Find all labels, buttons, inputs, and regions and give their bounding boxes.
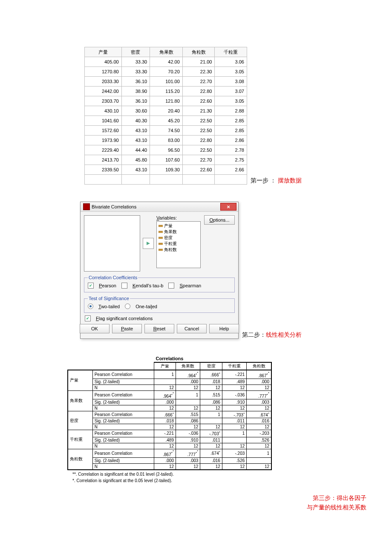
variable-item[interactable]: 产量: [159, 223, 199, 229]
scale-icon: [159, 236, 163, 240]
variable-item[interactable]: 角粒数: [159, 247, 199, 253]
corr-row-var: 角粒数: [68, 449, 92, 469]
corr-row-var: 角果数: [68, 390, 92, 411]
svg-rect-15: [159, 243, 163, 245]
corr-row: Sig. (2-tailed).000.018.489.000: [68, 379, 271, 384]
table-row: 2229.4044.4096.5022.502.78: [85, 145, 247, 155]
move-right-button[interactable]: [143, 238, 154, 249]
corr-row-var: 密度: [68, 411, 92, 430]
corr-row: Sig. (2-tailed).018.086.011.016: [68, 418, 271, 424]
spearman-checkbox[interactable]: [168, 283, 174, 289]
step3-caption: 第三步：得出各因子 与产量的线性相关系数: [43, 493, 366, 512]
corr-row: N1212121212: [68, 405, 271, 411]
variables-label: ariables:: [159, 215, 177, 220]
two-tailed-radio[interactable]: [88, 304, 93, 309]
variable-item[interactable]: 千粒重: [159, 241, 199, 247]
corr-stat-label: N: [92, 424, 154, 430]
scale-icon: [159, 224, 163, 228]
step2-caption: 第二步：线性相关分析: [242, 331, 302, 339]
dialog-titlebar: Bivariate Correlations ✕: [81, 202, 238, 212]
corr-stat-label: Sig. (2-tailed): [92, 379, 154, 384]
table-row: 2303.7036.10121.8022.603.05: [85, 96, 247, 106]
table-row: 430.1030.6020.4021.302.88: [85, 106, 247, 116]
spss-icon: [83, 203, 90, 210]
corr-col-header: 角果数: [176, 362, 200, 370]
cancel-button[interactable]: Cancel: [177, 324, 207, 333]
options-button[interactable]: Options...: [204, 215, 235, 225]
corr-col-header: 千粒重: [222, 362, 246, 370]
corr-stat-label: Sig. (2-tailed): [92, 418, 154, 424]
variable-item[interactable]: 角果数: [159, 229, 199, 235]
corr-row-var: 产量: [68, 370, 92, 390]
variables-list[interactable]: 产量角果数密度千粒重角粒数: [156, 221, 201, 268]
correlations-table: 产量角果数密度千粒重角粒数 产量Pearson Correlation1.964…: [67, 362, 272, 470]
corr-row: 产量Pearson Correlation1.964**.666*-.221.8…: [68, 370, 271, 379]
corr-row: 密度Pearson Correlation.666*.5151-.703*.67…: [68, 411, 271, 418]
table-row: 1572.6043.1074.5022.502.85: [85, 126, 247, 136]
corr-row: N1212121212: [68, 443, 271, 449]
table-row: 1270.8033.3070.2022.303.05: [85, 67, 247, 77]
corr-stat-label: N: [92, 384, 154, 390]
step1-caption: 第一步 ： 摆放数据: [251, 177, 302, 185]
scale-icon: [159, 248, 163, 252]
corr-row: N1212121212: [68, 463, 271, 470]
svg-rect-20: [159, 249, 163, 251]
column-header: 密度: [121, 47, 150, 57]
table-row: 2033.3036.10101.0022.703.08: [85, 77, 247, 87]
bivariate-dialog: Bivariate Correlations ✕ Variables: 产量角果…: [80, 202, 239, 339]
corr-stat-label: Pearson Correlation: [92, 449, 154, 457]
pearson-checkbox[interactable]: ✔: [88, 283, 94, 289]
correlation-coefficients-group: Correlation Coefficients ✔Pearson Kendal…: [84, 275, 235, 292]
table-row: 2442.0038.90115.2022.803.07: [85, 87, 247, 96]
variable-item[interactable]: 密度: [159, 235, 199, 241]
table-row: 1973.9043.1083.0022.802.86: [85, 136, 247, 145]
reset-button[interactable]: Reset: [144, 324, 174, 333]
svg-rect-10: [159, 237, 163, 239]
corr-row: N1212121212: [68, 424, 271, 430]
paste-button[interactable]: Paste: [112, 324, 142, 333]
corr-stat-label: Sig. (2-tailed): [92, 399, 154, 405]
corr-stat-label: Pearson Correlation: [92, 430, 154, 437]
svg-rect-0: [159, 225, 163, 227]
svg-rect-5: [159, 231, 163, 233]
table-row: 2339.5043.10109.3022.602.66: [85, 165, 247, 175]
scale-icon: [159, 230, 163, 234]
corr-col-header: 产量: [154, 362, 176, 370]
source-list[interactable]: [84, 215, 140, 272]
corr-stat-label: N: [92, 405, 154, 411]
kendall-checkbox[interactable]: [121, 283, 127, 289]
column-header: 产量: [85, 47, 122, 57]
corr-row-var: 千粒重: [68, 430, 92, 449]
footnote-01: **. Correlation is significant at the 0.…: [72, 472, 272, 477]
corr-stat-label: Sig. (2-tailed): [92, 457, 154, 463]
table-row: 405.0033.3042.0021.003.06: [85, 57, 247, 67]
table-row: 2413.7045.80107.6022.702.75: [85, 155, 247, 165]
test-of-significance-group: Test of Significance Two-tailed One-tail…: [84, 296, 235, 313]
corr-col-header: 密度: [200, 362, 222, 370]
corr-row: N1212121212: [68, 384, 271, 390]
corr-col-header: 角粒数: [247, 362, 271, 370]
corr-stat-label: Pearson Correlation: [92, 390, 154, 399]
correlations-title: Correlations: [67, 356, 272, 361]
column-header: 千粒重: [215, 47, 247, 57]
scale-icon: [159, 242, 163, 246]
column-header: 角果数: [150, 47, 183, 57]
corr-stat-label: Sig. (2-tailed): [92, 437, 154, 443]
one-tailed-radio[interactable]: [125, 304, 130, 309]
corr-stat-label: N: [92, 463, 154, 470]
corr-stat-label: N: [92, 443, 154, 449]
corr-row: 千粒重Pearson Correlation-.221-.036-.703*1-…: [68, 430, 271, 437]
corr-row: Sig. (2-tailed).489.910.011.526: [68, 437, 271, 443]
help-button[interactable]: Help: [209, 324, 239, 333]
dialog-title: Bivariate Correlations: [92, 204, 136, 209]
corr-row: Sig. (2-tailed).000.003.016.526: [68, 457, 271, 463]
column-header: 角粒数: [182, 47, 215, 57]
close-button[interactable]: ✕: [220, 203, 236, 211]
footnote-05: *. Correlation is significant at the 0.0…: [72, 478, 272, 483]
corr-row: 角粒数Pearson Correlation.867**.777**.674*-…: [68, 449, 271, 457]
corr-stat-label: Pearson Correlation: [92, 370, 154, 379]
corr-row: Sig. (2-tailed).000.086.910.003: [68, 399, 271, 405]
flag-checkbox[interactable]: ✔: [85, 315, 91, 321]
ok-button[interactable]: OK: [80, 324, 110, 333]
corr-row: 角果数Pearson Correlation.964**1.515-.036.7…: [68, 390, 271, 399]
